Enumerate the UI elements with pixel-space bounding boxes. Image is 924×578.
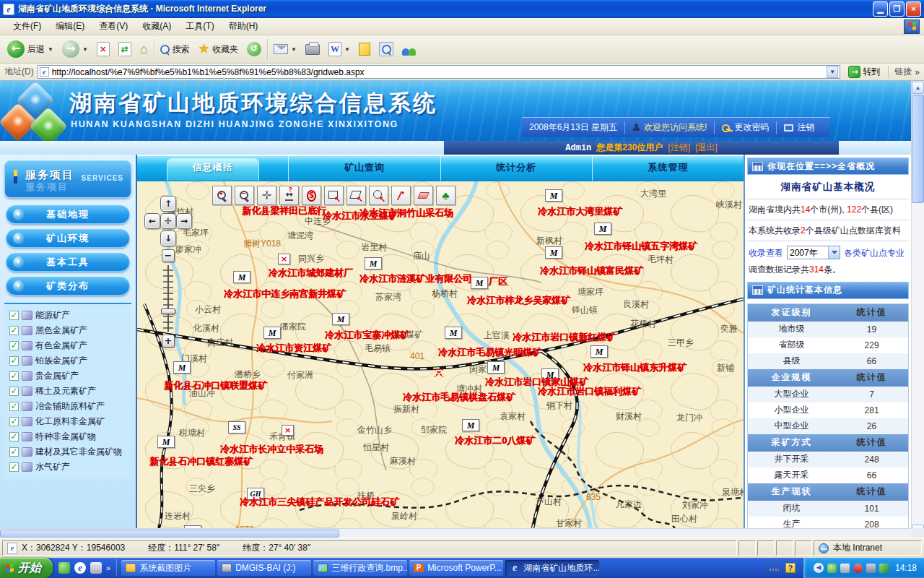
back-dropdown-icon[interactable]: ▼ xyxy=(48,46,53,53)
layer-item[interactable]: ✓贵金属矿产 xyxy=(4,368,131,384)
tray-icon[interactable] xyxy=(827,564,837,573)
layer-item[interactable]: ✓铂族金属矿产 xyxy=(4,353,131,368)
layer-checkbox[interactable]: ✓ xyxy=(9,387,19,396)
zoom-in-tool[interactable]: + xyxy=(212,186,232,205)
maximize-button[interactable]: ❐ xyxy=(889,1,905,17)
links-button[interactable]: 链接 » xyxy=(888,66,920,78)
circle-select-tool[interactable]: ↖ xyxy=(369,186,388,205)
horizontal-scroll-thumb[interactable] xyxy=(0,530,339,538)
tab-矿山查询[interactable]: 矿山查询 xyxy=(289,156,440,181)
layer-item[interactable]: ✓能源矿产 xyxy=(4,308,131,323)
mine-label[interactable]: 冷水江市铎山镇五字湾煤矿 xyxy=(585,241,697,251)
refresh-button[interactable]: ⇄ xyxy=(116,40,134,58)
exit-text-link[interactable]: [退出] xyxy=(695,142,718,154)
stop-button[interactable]: × xyxy=(94,40,113,58)
mine-marker[interactable]: M xyxy=(545,189,562,202)
pan-up-button[interactable]: ↑ xyxy=(160,196,176,212)
mine-label[interactable]: 冷水江市大湾里煤矿 xyxy=(538,207,622,216)
tray-icon[interactable] xyxy=(840,564,850,573)
mine-marker[interactable]: M xyxy=(594,223,611,235)
mine-label[interactable]: 冷水江市涟溪矿业有限公司 xyxy=(359,274,472,283)
mine-marker[interactable]: M xyxy=(157,436,175,448)
layer-item[interactable]: ✓水气矿产 xyxy=(4,460,131,475)
mine-marker[interactable]: M xyxy=(365,257,382,269)
layer-checkbox[interactable]: ✓ xyxy=(9,311,19,320)
quick-launch-more-icon[interactable]: » xyxy=(106,564,110,572)
mine-label[interactable]: 冷水江市二0八煤矿 xyxy=(455,436,535,445)
forward-button[interactable]: → ▼ xyxy=(59,39,91,59)
layer-checkbox[interactable]: ✓ xyxy=(9,462,19,472)
mine-label[interactable]: 冷水江市洞竹山采石场 xyxy=(359,208,453,217)
mine-marker[interactable]: M xyxy=(263,327,281,339)
address-input[interactable]: e http://localhost/%e7%9f%bf%e5%b1%b1%e5… xyxy=(38,65,841,79)
help-icon[interactable]: ? xyxy=(785,563,796,573)
research-button[interactable] xyxy=(376,40,396,58)
pan-tool[interactable]: ✛ xyxy=(257,186,276,205)
layer-item[interactable]: ✓有色金属矿产 xyxy=(4,338,131,353)
mine-label[interactable]: 冷水江市资江煤矿 xyxy=(256,343,331,353)
menu-item[interactable]: 编辑(E) xyxy=(48,18,92,35)
year-select-arrow-icon[interactable] xyxy=(828,246,840,259)
layer-item[interactable]: ✓黑色金属矿产 xyxy=(4,323,131,338)
zoom-slider-track[interactable] xyxy=(163,265,173,332)
edit-word-button[interactable]: W▼ xyxy=(326,40,353,58)
scale-tool[interactable]: S xyxy=(302,186,321,205)
notes-button[interactable] xyxy=(356,41,373,57)
pan-down-button[interactable]: ↓ xyxy=(160,230,176,246)
layer-item[interactable]: ✓化工原料非金属矿 xyxy=(4,414,131,429)
mine-label[interactable]: 冷水江市岩口镇福利煤矿 xyxy=(538,387,641,396)
mail-dropdown-icon[interactable]: ▼ xyxy=(291,46,297,53)
tray-collapse-icon[interactable]: ◀ xyxy=(814,563,824,573)
layer-checkbox[interactable]: ✓ xyxy=(9,326,19,335)
quick-launch-icon[interactable] xyxy=(90,562,102,574)
start-button[interactable]: 开始 xyxy=(0,558,53,578)
scroll-up-icon[interactable]: ▲ xyxy=(912,82,924,94)
mine-label[interactable]: 厂区 xyxy=(489,277,507,286)
tab-信息概括[interactable]: 信息概括 xyxy=(137,156,289,181)
measure-tool[interactable]: ↔? xyxy=(279,186,299,205)
logout-text-link[interactable]: [注销] xyxy=(668,142,690,154)
mine-marker[interactable]: M xyxy=(590,345,608,358)
taskbar-task[interactable]: DMGIS-BAI (J:) xyxy=(217,560,311,577)
links-more-icon[interactable]: » xyxy=(915,67,920,77)
edit-dropdown-icon[interactable]: ▼ xyxy=(344,46,350,53)
print-button[interactable] xyxy=(302,43,323,56)
forward-dropdown-icon[interactable]: ▼ xyxy=(82,46,88,53)
menu-item[interactable]: 查看(V) xyxy=(92,18,135,35)
tray-icon[interactable] xyxy=(879,564,889,573)
logout-link[interactable]: 注销 xyxy=(777,121,821,134)
layer-item[interactable]: ✓建材及其它非金属矿物 xyxy=(4,444,131,460)
category-link[interactable]: 各类矿山点专业 xyxy=(844,247,905,259)
layer-checkbox[interactable]: ✓ xyxy=(9,356,19,366)
zoom-slider-handle[interactable] xyxy=(161,309,175,314)
mine-label[interactable]: 冷水江市铎山镇富民煤矿 xyxy=(540,266,643,275)
keyboard-icon[interactable] xyxy=(767,564,780,572)
taskbar-task[interactable]: 三维行政查询.bmp... xyxy=(313,560,407,577)
history-button[interactable]: ↺ xyxy=(244,40,264,58)
mine-label[interactable]: 冷水江市铎山镇东升煤矿 xyxy=(583,363,687,372)
mine-label[interactable]: 冷水江市岩口镇新红煤矿 xyxy=(513,332,616,342)
mine-marker[interactable]: M xyxy=(173,361,191,374)
mine-label[interactable]: 冷水江市毛易镇棋盘石煤矿 xyxy=(403,392,515,402)
mine-marker[interactable]: M xyxy=(445,327,462,339)
layer-checkbox[interactable]: ✓ xyxy=(9,417,19,426)
mine-marker[interactable]: M xyxy=(462,419,479,431)
layers-tree-tool[interactable]: ♣ xyxy=(436,186,456,205)
layer-checkbox[interactable]: ✓ xyxy=(9,447,19,457)
eraser-tool[interactable] xyxy=(414,186,433,205)
mine-label[interactable]: 冷水江市三尖镇硅产品开发公司硅石矿 xyxy=(240,497,399,506)
menu-item[interactable]: 工具(T) xyxy=(178,18,221,35)
taskbar-task[interactable]: e湖南省矿山地质环... xyxy=(505,560,599,577)
center-map-button[interactable]: ✛ xyxy=(160,213,176,229)
mine-label[interactable]: 冷水江市宝寨冲煤矿 xyxy=(325,330,409,340)
home-button[interactable]: ⌂ xyxy=(137,41,151,57)
layer-item[interactable]: ✓稀土及元素矿产 xyxy=(4,384,131,399)
zoom-out-tool[interactable]: − xyxy=(235,186,254,205)
pan-left-button[interactable]: ← xyxy=(144,213,160,229)
quick-launch-icon[interactable] xyxy=(58,562,70,574)
layer-checkbox[interactable]: ✓ xyxy=(9,402,19,411)
sidebar-button[interactable]: ▼基础地理 xyxy=(6,205,130,224)
go-button[interactable]: → 转到 xyxy=(844,65,884,79)
mine-marker[interactable]: M xyxy=(545,246,562,259)
window-titlebar[interactable]: e 湖南省矿山地质环境综合信息系统 - Microsoft Internet E… xyxy=(0,0,924,18)
